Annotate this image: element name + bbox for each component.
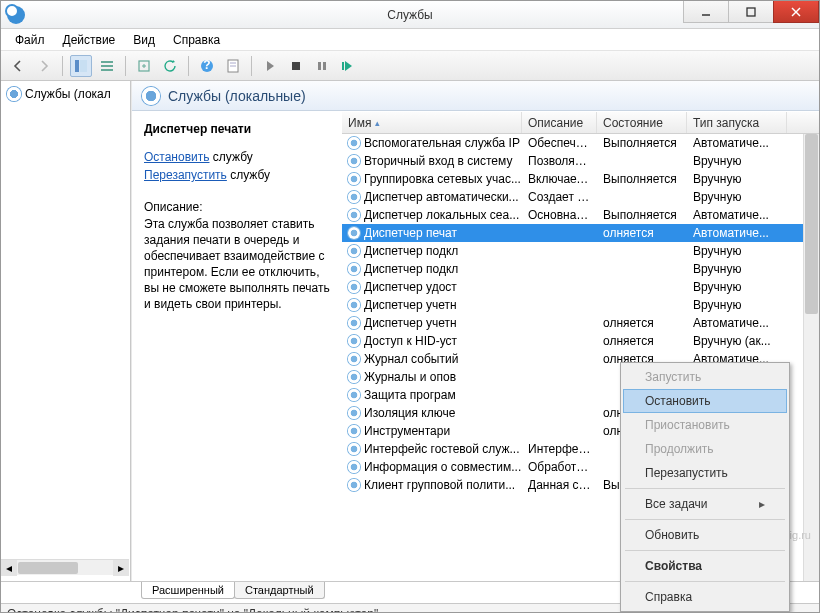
back-button[interactable]: [7, 55, 29, 77]
show-tree-button[interactable]: [70, 55, 92, 77]
export-button[interactable]: [133, 55, 155, 77]
detail-pane: Диспетчер печати Остановить службу Перез…: [132, 112, 342, 581]
toolbar: ?: [1, 51, 819, 81]
minimize-button[interactable]: [683, 1, 729, 23]
service-icon: [348, 371, 360, 383]
details-view-button[interactable]: [96, 55, 118, 77]
service-icon: [348, 155, 360, 167]
service-icon: [348, 245, 360, 257]
tree-root[interactable]: Службы (локал: [3, 85, 128, 103]
svg-rect-17: [323, 62, 326, 70]
column-state[interactable]: Состояние: [597, 112, 687, 133]
service-row[interactable]: Диспетчер печатолняетсяАвтоматиче...: [342, 224, 819, 242]
service-row[interactable]: Диспетчер удостВручную: [342, 278, 819, 296]
cm-start: Запустить: [623, 365, 787, 389]
window-title: Службы: [387, 8, 432, 22]
service-icon: [348, 353, 360, 365]
menu-file[interactable]: Файл: [7, 31, 53, 49]
svg-rect-15: [292, 62, 300, 70]
svg-rect-7: [101, 65, 113, 67]
cm-all-tasks[interactable]: Все задачи: [623, 492, 787, 516]
service-icon: [348, 479, 360, 491]
hscroll-thumb[interactable]: [18, 562, 78, 574]
maximize-button[interactable]: [728, 1, 774, 23]
description-label: Описание:: [144, 200, 330, 214]
scroll-thumb[interactable]: [805, 134, 818, 314]
forward-button[interactable]: [33, 55, 55, 77]
vertical-scrollbar[interactable]: [803, 134, 819, 581]
help-button[interactable]: ?: [196, 55, 218, 77]
close-button[interactable]: [773, 1, 819, 23]
service-row[interactable]: Диспетчер учетнолняетсяАвтоматиче...: [342, 314, 819, 332]
service-icon: [348, 425, 360, 437]
properties-button[interactable]: [222, 55, 244, 77]
svg-rect-1: [747, 8, 755, 16]
svg-rect-16: [318, 62, 321, 70]
menu-view[interactable]: Вид: [125, 31, 163, 49]
start-service-button[interactable]: [259, 55, 281, 77]
stop-service-button[interactable]: [285, 55, 307, 77]
tree-pane: Службы (локал ◂ ▸: [1, 81, 131, 581]
service-row[interactable]: Вторичный вход в системуПозволяет...Вруч…: [342, 152, 819, 170]
cm-properties[interactable]: Свойства: [623, 554, 787, 578]
service-row[interactable]: Диспетчер подклВручную: [342, 242, 819, 260]
svg-rect-4: [75, 60, 79, 72]
service-row[interactable]: Группировка сетевых учас...Включает ...В…: [342, 170, 819, 188]
cm-resume: Продолжить: [623, 437, 787, 461]
service-icon: [348, 191, 360, 203]
column-description[interactable]: Описание: [522, 112, 597, 133]
refresh-button[interactable]: [159, 55, 181, 77]
sort-asc-icon: ▴: [375, 118, 380, 128]
service-row[interactable]: Доступ к HID-устолняетсяВручную (ак...: [342, 332, 819, 350]
service-icon: [348, 209, 360, 221]
services-icon: [142, 87, 160, 105]
service-icon: [348, 443, 360, 455]
service-row[interactable]: Вспомогательная служба IPОбеспечи...Выпо…: [342, 134, 819, 152]
service-icon: [348, 281, 360, 293]
stop-link[interactable]: Остановить: [144, 150, 210, 164]
menu-bar: Файл Действие Вид Справка: [1, 29, 819, 51]
content-header: Службы (локальные): [132, 81, 819, 111]
pause-service-button[interactable]: [311, 55, 333, 77]
cm-help[interactable]: Справка: [623, 585, 787, 609]
hscroll-left[interactable]: ◂: [1, 560, 17, 576]
column-startup[interactable]: Тип запуска: [687, 112, 787, 133]
app-icon: [7, 6, 25, 24]
services-icon: [7, 87, 21, 101]
menu-action[interactable]: Действие: [55, 31, 124, 49]
context-menu: Запустить Остановить Приостановить Продо…: [620, 362, 790, 612]
content-title: Службы (локальные): [168, 88, 306, 104]
svg-rect-18: [342, 62, 344, 70]
cm-refresh[interactable]: Обновить: [623, 523, 787, 547]
svg-rect-5: [80, 60, 87, 72]
cm-restart[interactable]: Перезапустить: [623, 461, 787, 485]
service-icon: [348, 407, 360, 419]
service-row[interactable]: Диспетчер учетнВручную: [342, 296, 819, 314]
hscroll-right[interactable]: ▸: [113, 560, 129, 576]
service-icon: [348, 317, 360, 329]
svg-text:?: ?: [203, 59, 210, 72]
service-icon: [348, 227, 360, 239]
service-icon: [348, 299, 360, 311]
service-row[interactable]: Диспетчер подклВручную: [342, 260, 819, 278]
list-header: Имя▴ Описание Состояние Тип запуска: [342, 112, 819, 134]
menu-help[interactable]: Справка: [165, 31, 228, 49]
tab-extended[interactable]: Расширенный: [141, 582, 235, 599]
service-icon: [348, 263, 360, 275]
tab-standard[interactable]: Стандартный: [234, 582, 325, 599]
service-icon: [348, 389, 360, 401]
title-bar: Службы: [1, 1, 819, 29]
selected-service-name: Диспетчер печати: [144, 122, 330, 136]
status-text: Остановка службы "Диспетчер печати" на "…: [7, 607, 378, 614]
restart-service-button[interactable]: [337, 55, 359, 77]
service-row[interactable]: Диспетчер локальных сеа...Основная ...Вы…: [342, 206, 819, 224]
cm-stop[interactable]: Остановить: [623, 389, 787, 413]
svg-rect-8: [101, 69, 113, 71]
service-row[interactable]: Диспетчер автоматически...Создает п...Вр…: [342, 188, 819, 206]
restart-link[interactable]: Перезапустить: [144, 168, 227, 182]
service-icon: [348, 137, 360, 149]
svg-rect-6: [101, 61, 113, 63]
cm-pause: Приостановить: [623, 413, 787, 437]
description-text: Эта служба позволяет ставить задания печ…: [144, 216, 330, 312]
column-name[interactable]: Имя▴: [342, 112, 522, 133]
